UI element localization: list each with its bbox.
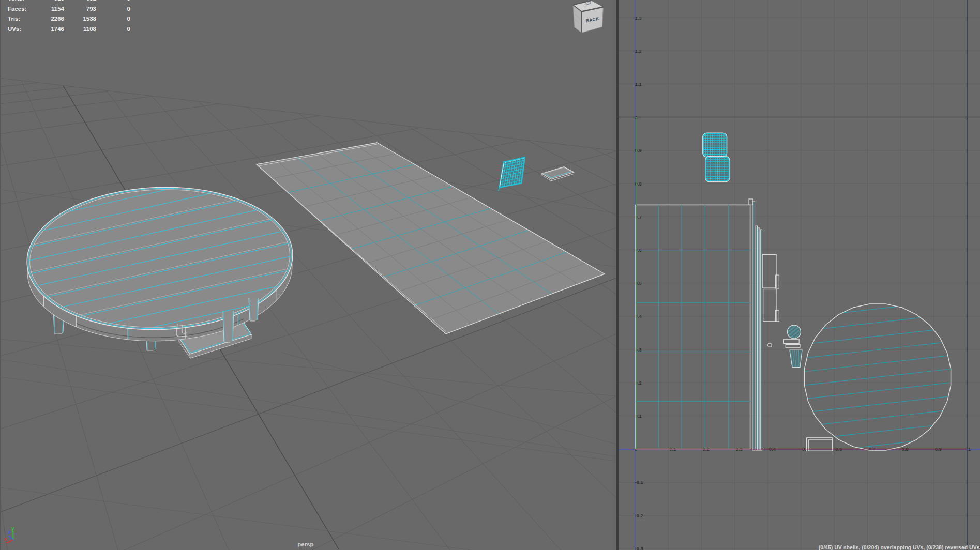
svg-text:-0.2: -0.2 — [635, 513, 643, 518]
svg-text:0.9: 0.9 — [635, 147, 642, 153]
svg-text:0: 0 — [127, 6, 130, 12]
svg-text:1.2: 1.2 — [635, 48, 642, 54]
svg-text:926: 926 — [54, 0, 64, 2]
svg-text:1.1: 1.1 — [635, 81, 642, 87]
svg-text:-0.1: -0.1 — [635, 479, 644, 485]
svg-text:1: 1 — [968, 446, 971, 452]
svg-text:1154: 1154 — [51, 6, 65, 12]
svg-text:z: z — [8, 530, 10, 536]
svg-text:0: 0 — [127, 0, 130, 2]
svg-text:-0.3: -0.3 — [635, 546, 643, 550]
svg-text:0.8: 0.8 — [635, 181, 642, 187]
svg-text:Verts:: Verts: — [8, 0, 24, 2]
svg-text:0: 0 — [127, 16, 130, 22]
svg-text:1108: 1108 — [83, 26, 97, 32]
svg-text:persp: persp — [297, 541, 313, 547]
svg-text:UVs:: UVs: — [8, 26, 21, 32]
svg-text:Tris:: Tris: — [8, 16, 20, 22]
svg-text:651: 651 — [86, 0, 97, 2]
svg-text:x: x — [4, 536, 7, 542]
svg-text:1746: 1746 — [51, 26, 64, 32]
svg-text:(0/45) UV shells, (0/204) over: (0/45) UV shells, (0/204) overlapping UV… — [819, 544, 980, 550]
svg-text:Faces:: Faces: — [8, 6, 26, 12]
svg-text:y: y — [11, 526, 14, 531]
svg-text:793: 793 — [86, 6, 96, 12]
svg-text:0: 0 — [127, 26, 130, 32]
svg-text:2266: 2266 — [51, 16, 64, 22]
svg-text:1538: 1538 — [83, 16, 96, 22]
svg-text:1.3: 1.3 — [635, 15, 642, 21]
